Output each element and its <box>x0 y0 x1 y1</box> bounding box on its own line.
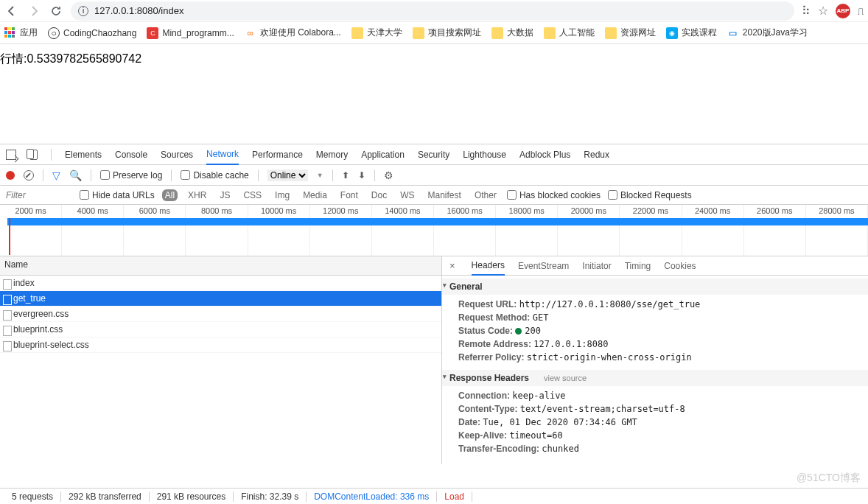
tab-security[interactable]: Security <box>418 145 449 164</box>
back-button[interactable] <box>4 4 19 18</box>
bookmark-item[interactable]: 人工智能 <box>544 27 595 39</box>
bookmark-item[interactable]: ▭2020版Java学习 <box>727 27 808 39</box>
abp-icon[interactable]: ABP <box>836 4 850 18</box>
folder-icon <box>351 27 363 39</box>
request-list-pane: Name index get_true evergreen.css bluepr… <box>0 256 442 464</box>
section-header-general[interactable]: General <box>442 279 868 295</box>
blocked-requests-checkbox[interactable]: Blocked Requests <box>608 190 692 200</box>
translate-icon[interactable]: ⠷ <box>802 4 811 18</box>
network-split: Name index get_true evergreen.css bluepr… <box>0 256 868 464</box>
status-bar: 5 requests 292 kB transferred 291 kB res… <box>0 488 868 504</box>
link-icon: ∞ <box>245 27 256 39</box>
tab-sources[interactable]: Sources <box>161 145 193 164</box>
filter-input[interactable] <box>6 190 72 200</box>
record-button[interactable] <box>6 171 15 180</box>
tab-timing[interactable]: Timing <box>625 257 651 275</box>
filter-doc[interactable]: Doc <box>368 189 390 201</box>
dcl-time: DOMContentLoaded: 336 ms <box>307 491 437 502</box>
status-dot-icon <box>515 328 522 335</box>
folder-icon <box>605 27 617 39</box>
filter-icon[interactable]: ▽ <box>52 169 60 181</box>
tab-elements[interactable]: Elements <box>65 145 102 164</box>
clear-button[interactable] <box>24 170 34 181</box>
filter-xhr[interactable]: XHR <box>185 189 209 201</box>
bookmark-icon: C <box>147 27 158 39</box>
filter-all[interactable]: All <box>162 189 178 201</box>
bookmark-item[interactable]: CMind_programm... <box>147 27 234 39</box>
details-pane: × Headers EventStream Initiator Timing C… <box>442 256 868 464</box>
devtools: Elements Console Sources Network Perform… <box>0 144 868 464</box>
bookmark-icon: ◉ <box>666 27 678 39</box>
bookmark-item[interactable]: 天津大学 <box>351 27 402 39</box>
section-header-response[interactable]: Response Headersview source <box>442 370 868 386</box>
bookmark-star-icon[interactable]: ☆ <box>818 4 828 18</box>
bookmarks-bar: 应用 ○CodingChaozhang CMind_programm... ∞欢… <box>0 22 868 44</box>
blocked-cookies-checkbox[interactable]: Has blocked cookies <box>507 190 601 200</box>
folder-icon <box>544 27 556 39</box>
name-column-header[interactable]: Name <box>0 256 441 276</box>
network-toolbar: ▽ 🔍 Preserve log Disable cache Online ▼ … <box>0 165 868 186</box>
timeline-ticks: 2000 ms4000 ms6000 ms8000 ms10000 ms1200… <box>0 205 868 218</box>
forward-button[interactable] <box>27 4 41 18</box>
disable-cache-checkbox[interactable]: Disable cache <box>181 170 248 181</box>
watermark: @51CTO博客 <box>797 472 861 485</box>
search-icon[interactable]: 🔍 <box>69 169 82 181</box>
tab-console[interactable]: Console <box>115 145 147 164</box>
tab-application[interactable]: Application <box>361 145 405 164</box>
reload-button[interactable] <box>49 4 63 18</box>
tab-redux[interactable]: Redux <box>584 145 609 164</box>
filter-other[interactable]: Other <box>472 189 500 201</box>
browser-toolbar: i 127.0.0.1:8080/index ⠷ ☆ ABP ⎍ <box>0 0 868 22</box>
details-tabs: × Headers EventStream Initiator Timing C… <box>442 256 868 276</box>
tab-cookies[interactable]: Cookies <box>664 257 696 275</box>
page-content: 行情:0.5339782565890742 <box>0 44 868 144</box>
hide-data-urls-checkbox[interactable]: Hide data URLs <box>80 190 155 200</box>
filter-img[interactable]: Img <box>272 189 293 201</box>
filter-js[interactable]: JS <box>217 189 233 201</box>
timeline[interactable]: 2000 ms4000 ms6000 ms8000 ms10000 ms1200… <box>0 205 868 256</box>
site-info-icon[interactable]: i <box>78 6 88 16</box>
request-row[interactable]: index <box>0 276 441 291</box>
tab-lighthouse[interactable]: Lighthouse <box>463 145 506 164</box>
gear-icon[interactable]: ⚙ <box>384 169 393 181</box>
bookmark-item[interactable]: 资源网址 <box>605 27 656 39</box>
bookmark-item[interactable]: ◉实践课程 <box>666 27 717 39</box>
tv-icon: ▭ <box>727 27 739 39</box>
throttle-select[interactable]: Online <box>267 169 308 181</box>
bookmark-item[interactable]: 大数据 <box>491 27 533 39</box>
filter-css[interactable]: CSS <box>240 189 265 201</box>
tab-memory[interactable]: Memory <box>316 145 348 164</box>
filter-media[interactable]: Media <box>300 189 330 201</box>
download-icon[interactable]: ⬇ <box>358 170 365 181</box>
bookmark-item[interactable]: ○CodingChaozhang <box>48 27 136 39</box>
tab-performance[interactable]: Performance <box>252 145 303 164</box>
tab-network[interactable]: Network <box>206 144 239 165</box>
tab-initiator[interactable]: Initiator <box>582 257 611 275</box>
inspect-icon[interactable] <box>6 150 16 160</box>
request-row[interactable]: get_true <box>0 291 441 307</box>
upload-icon[interactable]: ⬆ <box>342 170 349 181</box>
view-source-link[interactable]: view source <box>544 374 587 382</box>
tab-adblock[interactable]: Adblock Plus <box>519 145 570 164</box>
filter-manifest[interactable]: Manifest <box>425 189 464 201</box>
preserve-log-checkbox[interactable]: Preserve log <box>100 170 162 181</box>
url-text: 127.0.0.1:8080/index <box>94 5 183 16</box>
tab-eventstream[interactable]: EventStream <box>518 257 569 275</box>
request-row[interactable]: blueprint.css <box>0 322 441 337</box>
close-details-button[interactable]: × <box>447 260 458 271</box>
github-icon: ○ <box>48 27 60 39</box>
filter-ws[interactable]: WS <box>397 189 417 201</box>
bookmark-item[interactable]: 项目搜索网址 <box>413 27 481 39</box>
filter-font[interactable]: Font <box>337 189 361 201</box>
apps-button[interactable]: 应用 <box>4 27 38 39</box>
extension-icon[interactable]: ⎍ <box>858 5 864 17</box>
quote-text: 行情:0.5339782565890742 <box>0 52 141 65</box>
chevron-down-icon: ▼ <box>317 172 323 179</box>
tab-headers[interactable]: Headers <box>472 256 505 276</box>
timeline-bar <box>7 218 868 225</box>
request-row[interactable]: blueprint-select.css <box>0 337 441 353</box>
bookmark-item[interactable]: ∞欢迎使用 Colabora... <box>245 27 341 39</box>
request-row[interactable]: evergreen.css <box>0 307 441 322</box>
url-bar[interactable]: i 127.0.0.1:8080/index <box>71 1 794 21</box>
device-toolbar-icon[interactable] <box>29 150 38 160</box>
